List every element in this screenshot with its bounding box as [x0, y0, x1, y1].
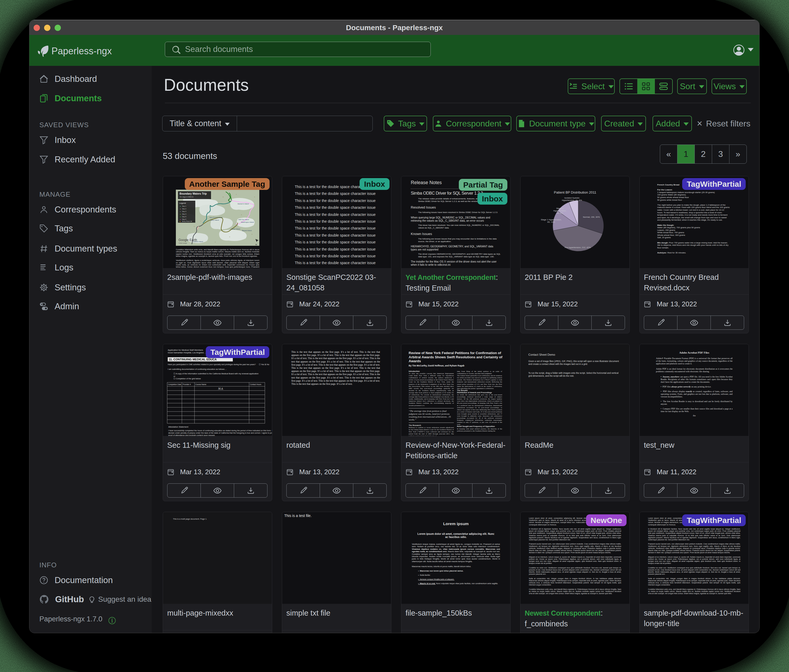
- svg-text:Day 4: Day 4: [182, 213, 186, 215]
- svg-text:Bayard Island: Bayard Island: [242, 230, 252, 231]
- svg-text:Legend: Legend: [179, 202, 186, 204]
- svg-text:Completion Date: Completion Date: [168, 384, 181, 385]
- svg-text:N: N: [256, 244, 257, 246]
- svg-text:Normal, 150, 30%: Normal, 150, 30%: [583, 216, 600, 218]
- svg-text:declare under penalty of perju: declare under penalty of perjury under t…: [168, 432, 272, 434]
- svg-text:Day 6: Day 6: [182, 218, 186, 220]
- svg-text:Boundary Waters Trip: Boundary Waters Trip: [179, 192, 207, 195]
- svg-text:Half City Island: Half City Island: [238, 219, 249, 220]
- svg-text:▲: ▲: [179, 216, 181, 217]
- svg-text:▲: ▲: [179, 208, 181, 210]
- svg-text:Patient BP Distribution 2011: Patient BP Distribution 2011: [554, 190, 596, 194]
- svg-text:▲: ▲: [179, 205, 181, 207]
- svg-text:Day 2: Day 2: [182, 208, 186, 210]
- svg-text:Provider #: Provider #: [183, 384, 191, 385]
- svg-text:Hansen's Island: Hansen's Island: [238, 203, 249, 205]
- svg-text:Castle Island: Castle Island: [231, 228, 240, 230]
- svg-text:Entry Point 34: Entry Point 34: [182, 221, 192, 222]
- svg-text:▲: ▲: [179, 213, 181, 215]
- svg-text:Google Earth: Google Earth: [179, 238, 197, 242]
- svg-text:New Found Island: New Found Island: [209, 217, 222, 218]
- svg-text:Gany Island: Gany Island: [211, 219, 219, 221]
- svg-text:proof of attendance and progra: proof of attendance and program content …: [168, 434, 215, 436]
- svg-text:Contact Hours: Contact Hours: [250, 384, 262, 385]
- svg-text:I have successfully completed: I have successfully completed the hours …: [168, 429, 272, 432]
- svg-text:Day 1: Day 1: [182, 205, 186, 207]
- svg-text:Attestation Statement: Attestation Statement: [168, 426, 188, 428]
- svg-text:▲: ▲: [179, 211, 181, 212]
- svg-text:Course Name: Course Name: [195, 384, 206, 385]
- svg-text:Day 5: Day 5: [182, 216, 186, 217]
- svg-text:▲: ▲: [179, 218, 181, 220]
- svg-text:Day 3: Day 3: [182, 211, 186, 212]
- svg-text:©2022 Google: ©2022 Google: [179, 242, 187, 244]
- svg-text:Isolated SystolicHypertension,: Isolated SystolicHypertension, 31, 6%: [562, 197, 582, 201]
- svg-text:Pre-hypertension, 212, 42%: Pre-hypertension, 212, 42%: [565, 246, 591, 248]
- svg-text:N\A: N\A: [218, 387, 223, 390]
- svg-text:Six days in BWCA: Six days in BWCA: [179, 196, 193, 198]
- svg-text:Washington Island: Washington Island: [241, 221, 254, 223]
- svg-text:●: ●: [179, 221, 180, 222]
